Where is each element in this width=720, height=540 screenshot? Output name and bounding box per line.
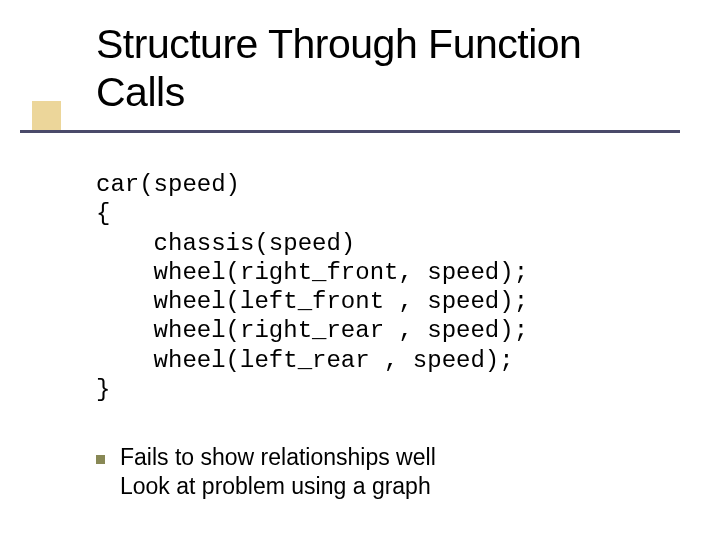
code-block: car(speed) { chassis(speed) wheel(right_… [96,170,528,404]
slide-title: Structure Through Function Calls [96,20,676,117]
caption-block: Fails to show relationships well Look at… [120,443,436,501]
bullet-icon [96,455,105,464]
caption-line: Fails to show relationships well [120,443,436,472]
title-underline [20,130,680,133]
slide: Structure Through Function Calls car(spe… [0,0,720,540]
caption-line: Look at problem using a graph [120,472,436,501]
title-accent-square [32,101,61,130]
title-block: Structure Through Function Calls [96,20,676,117]
